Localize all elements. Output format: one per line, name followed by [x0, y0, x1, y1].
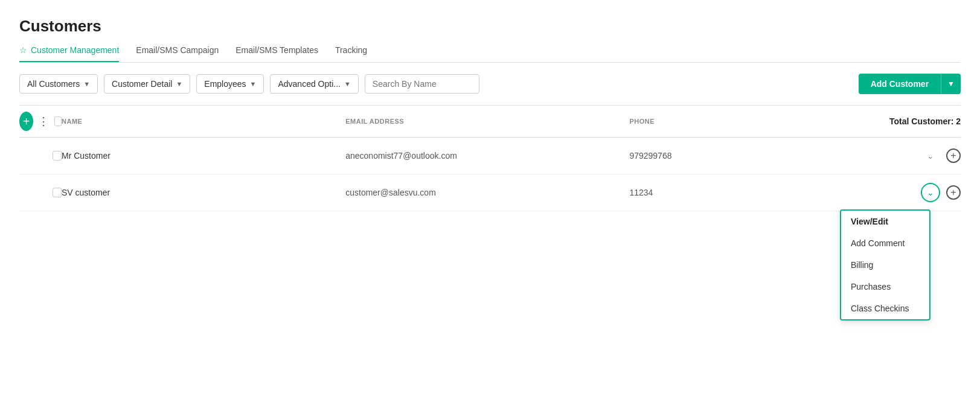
chevron-down-icon: ▼: [176, 80, 182, 88]
row2-name: SV customer: [62, 188, 345, 197]
all-customers-dropdown[interactable]: All Customers ▼: [19, 74, 98, 94]
row2-checkbox[interactable]: [53, 188, 62, 197]
tab-email-sms-templates[interactable]: Email/SMS Templates: [235, 45, 318, 62]
tab-tracking[interactable]: Tracking: [335, 45, 367, 62]
page-title: Customers: [19, 17, 961, 36]
context-menu-view-edit[interactable]: View/Edit: [841, 211, 929, 232]
chevron-down-icon: ▼: [83, 80, 90, 88]
row2-add-button[interactable]: +: [946, 185, 961, 200]
row2-row-actions: ⌄ +: [819, 183, 961, 202]
context-menu-class-checkins[interactable]: Class Checkins: [841, 298, 929, 319]
row-context-menu: View/Edit Add Comment Billing Purchases …: [840, 209, 930, 320]
more-options-icon[interactable]: ⋮: [38, 115, 50, 128]
add-customer-button[interactable]: Add Customer: [859, 74, 941, 94]
context-menu-purchases[interactable]: Purchases: [841, 276, 929, 298]
row2-phone: 11234: [629, 188, 818, 197]
tab-email-sms-campaign[interactable]: Email/SMS Campaign: [136, 45, 219, 62]
add-customer-group: Add Customer ▼: [859, 74, 961, 94]
search-input[interactable]: [365, 74, 479, 94]
col-header-name: NAME: [62, 118, 345, 125]
table-row: Mr Customer aneconomist77@outlook.com 97…: [19, 138, 961, 174]
row1-checkbox[interactable]: [53, 151, 62, 161]
row1-add-button[interactable]: +: [946, 148, 961, 163]
col-header-email: EMAIL ADDRESS: [345, 118, 629, 125]
row2-expand-button[interactable]: ⌄: [921, 183, 940, 202]
total-customer-count: Total Customer: 2: [819, 116, 961, 126]
add-row-button[interactable]: +: [19, 112, 33, 131]
row1-name: Mr Customer: [62, 151, 345, 161]
employees-dropdown[interactable]: Employees ▼: [196, 74, 264, 94]
context-menu-add-comment[interactable]: Add Comment: [841, 232, 929, 254]
row1-actions: [19, 151, 62, 161]
col-header-phone: PHONE: [629, 118, 818, 125]
row1-email: aneconomist77@outlook.com: [345, 151, 629, 161]
table-header-actions: + ⋮: [19, 112, 62, 131]
customers-table: + ⋮ NAME EMAIL ADDRESS PHONE Total Custo…: [19, 105, 961, 211]
toolbar: All Customers ▼ Customer Detail ▼ Employ…: [19, 74, 961, 94]
table-row: SV customer customer@salesvu.com 11234 ⌄…: [19, 174, 961, 211]
customer-detail-dropdown[interactable]: Customer Detail ▼: [104, 74, 190, 94]
row2-actions: [19, 188, 62, 197]
row2-email: customer@salesvu.com: [345, 188, 629, 197]
select-all-checkbox[interactable]: [54, 116, 62, 126]
row1-phone: 979299768: [629, 151, 818, 161]
tab-customer-management[interactable]: ☆ Customer Management: [19, 45, 119, 62]
table-header: + ⋮ NAME EMAIL ADDRESS PHONE Total Custo…: [19, 105, 961, 138]
star-icon: ☆: [19, 45, 27, 55]
advanced-options-dropdown[interactable]: Advanced Opti... ▼: [270, 74, 358, 94]
context-menu-billing[interactable]: Billing: [841, 254, 929, 276]
row1-expand-button[interactable]: ⌄: [921, 146, 940, 165]
chevron-down-icon: ▼: [344, 80, 351, 88]
add-customer-dropdown-arrow[interactable]: ▼: [941, 74, 961, 94]
row1-row-actions: ⌄ +: [819, 146, 961, 165]
nav-tabs: ☆ Customer Management Email/SMS Campaign…: [19, 45, 961, 63]
chevron-down-icon: ▼: [250, 80, 257, 88]
page-container: Customers ☆ Customer Management Email/SM…: [0, 0, 980, 411]
chevron-down-icon: ▼: [947, 80, 955, 88]
